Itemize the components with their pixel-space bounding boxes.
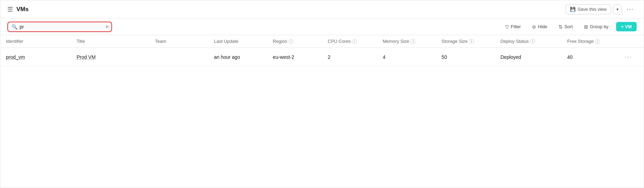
table-container: Identifier Title Team Last Update Region: [0, 35, 644, 188]
title-link[interactable]: Prod VM: [76, 54, 95, 60]
filter-icon: ▽: [505, 24, 509, 30]
app-container: ☰ VMs 💾 Save this view ▾ ··· 🔍 ✕: [0, 0, 644, 188]
col-cpu-info: CPU Cores i: [328, 39, 357, 44]
col-free-info: Free Storage i: [567, 39, 600, 44]
cell-row-actions: ···: [616, 48, 644, 66]
col-deploy-info: Deploy Status i: [501, 39, 535, 44]
memory-value: 4: [383, 54, 385, 60]
search-wrapper: 🔍 ✕: [7, 22, 112, 32]
page-icon: ☰: [7, 6, 13, 13]
filter-button[interactable]: ▽ Filter: [502, 22, 524, 31]
table-row: prod_vm Prod VM an hour ago eu-west-2: [0, 48, 644, 66]
sort-icon: ⇅: [558, 24, 563, 30]
table-header: Identifier Title Team Last Update Region: [0, 35, 644, 48]
col-storage-label: Storage Size: [442, 39, 467, 44]
storage-info-icon: i: [469, 39, 474, 44]
deploy-info-icon: i: [530, 39, 535, 44]
identifier-link[interactable]: prod_vm: [6, 54, 25, 60]
free-value: 40: [567, 54, 573, 60]
save-view-label: Save this view: [578, 7, 607, 12]
cell-team: [149, 48, 208, 66]
group-by-icon: ⊞: [584, 24, 588, 30]
memory-info-icon: i: [410, 39, 415, 44]
search-input[interactable]: [20, 24, 101, 30]
col-memory-info: Memory Size i: [383, 39, 415, 44]
header-more-button[interactable]: ···: [624, 3, 637, 15]
search-icon: 🔍: [12, 24, 17, 30]
more-icon: ···: [627, 6, 634, 13]
group-by-button[interactable]: ⊞ Group by: [580, 22, 612, 31]
col-free: Free Storage i: [562, 35, 616, 48]
lastupdate-value: an hour ago: [214, 54, 240, 60]
group-by-label: Group by: [590, 24, 608, 29]
add-vm-button[interactable]: + VM: [616, 22, 637, 31]
deploy-value: Deployed: [501, 54, 521, 60]
cell-title: Prod VM: [71, 48, 149, 66]
col-free-label: Free Storage: [567, 39, 594, 44]
header-row-cols: Identifier Title Team Last Update Region: [0, 35, 644, 48]
col-cpu: CPU Cores i: [322, 35, 377, 48]
col-lastupdate-label: Last Update: [214, 39, 238, 44]
add-vm-label: + VM: [621, 24, 632, 29]
cell-lastupdate: an hour ago: [208, 48, 267, 66]
chevron-down-icon: ▾: [616, 7, 619, 12]
col-identifier-label: Identifier: [6, 39, 23, 44]
col-storage-info: Storage Size i: [442, 39, 474, 44]
header-row: ☰ VMs 💾 Save this view ▾ ···: [0, 0, 644, 18]
title-area: ☰ VMs: [7, 6, 29, 13]
vms-table: Identifier Title Team Last Update Region: [0, 35, 644, 66]
filter-label: Filter: [511, 24, 521, 29]
cell-region: eu-west-2: [267, 48, 322, 66]
toolbar-row: 🔍 ✕ ▽ Filter ⊘ Hide ⇅ Sort ⊞ Group by + …: [0, 18, 644, 35]
header-actions: 💾 Save this view ▾ ···: [565, 3, 637, 15]
col-memory-label: Memory Size: [383, 39, 409, 44]
col-title: Title: [71, 35, 149, 48]
row-more-button[interactable]: ···: [622, 52, 635, 62]
free-info-icon: i: [595, 39, 600, 44]
region-value: eu-west-2: [273, 54, 294, 60]
cpu-value: 2: [328, 54, 331, 60]
region-info-icon: i: [289, 39, 294, 44]
col-team: Team: [149, 35, 208, 48]
page-title: VMs: [16, 6, 29, 13]
storage-value: 50: [442, 54, 447, 60]
col-region-label: Region: [273, 39, 287, 44]
save-view-caret-button[interactable]: ▾: [613, 5, 622, 14]
col-storage: Storage Size i: [436, 35, 495, 48]
search-box: 🔍: [7, 22, 112, 32]
hide-button[interactable]: ⊘ Hide: [528, 22, 551, 31]
col-title-label: Title: [76, 39, 85, 44]
col-lastupdate: Last Update: [208, 35, 267, 48]
cell-storage: 50: [436, 48, 495, 66]
search-clear-button[interactable]: ✕: [105, 24, 109, 30]
cell-deploy: Deployed: [495, 48, 562, 66]
col-team-label: Team: [155, 39, 166, 44]
save-view-icon: 💾: [570, 7, 576, 12]
sort-button[interactable]: ⇅ Sort: [555, 22, 576, 31]
cell-free: 40: [562, 48, 616, 66]
sort-label: Sort: [564, 24, 573, 29]
cell-memory: 4: [377, 48, 436, 66]
col-deploy-label: Deploy Status: [501, 39, 529, 44]
hide-label: Hide: [538, 24, 547, 29]
col-cpu-label: CPU Cores: [328, 39, 351, 44]
hide-icon: ⊘: [532, 24, 536, 30]
col-identifier: Identifier: [0, 35, 71, 48]
col-region: Region i: [267, 35, 322, 48]
table-body: prod_vm Prod VM an hour ago eu-west-2: [0, 48, 644, 66]
save-view-button[interactable]: 💾 Save this view: [565, 4, 611, 14]
cell-identifier: prod_vm: [0, 48, 71, 66]
col-region-info: Region i: [273, 39, 294, 44]
col-actions: [616, 35, 644, 48]
cell-cpu: 2: [322, 48, 377, 66]
col-deploy: Deploy Status i: [495, 35, 562, 48]
col-memory: Memory Size i: [377, 35, 436, 48]
cpu-info-icon: i: [352, 39, 357, 44]
